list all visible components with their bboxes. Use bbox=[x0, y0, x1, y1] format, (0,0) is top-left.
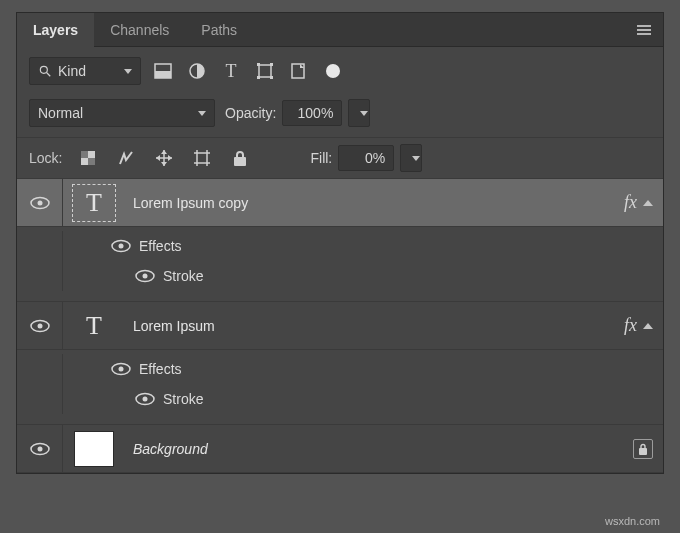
eye-icon bbox=[135, 269, 155, 283]
effect-stroke-label[interactable]: Stroke bbox=[163, 268, 203, 284]
effect-visibility-toggle[interactable] bbox=[63, 269, 163, 283]
layer-effects-block: Effects Stroke bbox=[17, 227, 663, 302]
filter-pixel-icon[interactable] bbox=[151, 59, 175, 83]
svg-marker-18 bbox=[156, 155, 160, 161]
svg-rect-44 bbox=[639, 448, 647, 455]
svg-rect-6 bbox=[257, 63, 260, 66]
layer-row[interactable]: T Lorem Ipsum copy fx bbox=[17, 179, 663, 227]
tab-channels-label: Channels bbox=[110, 22, 169, 38]
opacity-field: Opacity: 100% bbox=[225, 99, 370, 127]
svg-point-31 bbox=[37, 200, 42, 205]
effects-label[interactable]: Effects bbox=[139, 238, 182, 254]
svg-point-43 bbox=[37, 446, 42, 451]
eye-icon bbox=[30, 442, 50, 456]
lock-row: Lock: Fill: 0% bbox=[17, 137, 663, 179]
filter-kind-select[interactable]: Kind bbox=[29, 57, 141, 85]
tab-channels[interactable]: Channels bbox=[94, 13, 185, 47]
visibility-toggle[interactable] bbox=[17, 179, 63, 226]
effects-collapse-icon[interactable] bbox=[643, 200, 653, 206]
opacity-input[interactable]: 100% bbox=[282, 100, 342, 126]
tab-layers[interactable]: Layers bbox=[17, 13, 94, 47]
lock-all-icon[interactable] bbox=[228, 146, 252, 170]
svg-rect-10 bbox=[292, 64, 304, 78]
layer-lock-icon[interactable] bbox=[633, 439, 653, 459]
filter-smartobject-icon[interactable] bbox=[287, 59, 311, 83]
svg-point-0 bbox=[40, 66, 47, 73]
layer-thumbnail[interactable]: T bbox=[63, 307, 125, 345]
lock-image-icon[interactable] bbox=[114, 146, 138, 170]
effects-visibility-toggle[interactable] bbox=[63, 239, 139, 253]
effect-visibility-toggle[interactable] bbox=[63, 392, 163, 406]
svg-rect-13 bbox=[88, 158, 95, 165]
fill-input[interactable]: 0% bbox=[338, 145, 394, 171]
filter-type-icon[interactable]: T bbox=[219, 59, 243, 83]
svg-rect-7 bbox=[270, 63, 273, 66]
fx-badge[interactable]: fx bbox=[624, 192, 637, 213]
svg-point-33 bbox=[119, 244, 124, 249]
filter-kind-label: Kind bbox=[58, 63, 86, 79]
svg-line-1 bbox=[47, 73, 51, 77]
svg-point-35 bbox=[143, 274, 148, 279]
svg-rect-8 bbox=[257, 76, 260, 79]
tab-paths[interactable]: Paths bbox=[185, 13, 253, 47]
effect-stroke-label[interactable]: Stroke bbox=[163, 391, 203, 407]
svg-rect-5 bbox=[259, 65, 271, 77]
layers-list: T Lorem Ipsum copy fx Effects Stroke bbox=[17, 179, 663, 473]
layer-row[interactable]: Background bbox=[17, 425, 663, 473]
lock-artboard-icon[interactable] bbox=[190, 146, 214, 170]
filter-shape-icon[interactable] bbox=[253, 59, 277, 83]
visibility-toggle[interactable] bbox=[17, 302, 63, 349]
svg-rect-9 bbox=[270, 76, 273, 79]
opacity-label: Opacity: bbox=[225, 105, 276, 121]
svg-rect-3 bbox=[155, 71, 171, 78]
layers-panel: Layers Channels Paths Kind T bbox=[16, 12, 664, 474]
svg-marker-19 bbox=[168, 155, 172, 161]
eye-icon bbox=[30, 196, 50, 210]
search-icon bbox=[38, 64, 52, 78]
type-layer-icon: T bbox=[86, 311, 102, 341]
fill-label: Fill: bbox=[310, 150, 332, 166]
type-layer-icon: T bbox=[86, 188, 102, 218]
eye-icon bbox=[30, 319, 50, 333]
blend-row: Normal Opacity: 100% bbox=[17, 95, 663, 137]
effects-collapse-icon[interactable] bbox=[643, 323, 653, 329]
eye-icon bbox=[135, 392, 155, 406]
fx-badge[interactable]: fx bbox=[624, 315, 637, 336]
eye-icon bbox=[111, 362, 131, 376]
fill-dropdown[interactable] bbox=[400, 144, 422, 172]
layer-name[interactable]: Background bbox=[125, 441, 633, 457]
lock-position-icon[interactable] bbox=[152, 146, 176, 170]
fill-value: 0% bbox=[365, 150, 385, 166]
tab-paths-label: Paths bbox=[201, 22, 237, 38]
opacity-value: 100% bbox=[298, 105, 334, 121]
chevron-down-icon bbox=[412, 156, 420, 161]
watermark-text: wsxdn.com bbox=[605, 515, 660, 527]
chevron-down-icon bbox=[360, 111, 368, 116]
filter-toggle-dot-icon[interactable] bbox=[321, 59, 345, 83]
panel-menu-icon[interactable] bbox=[625, 22, 663, 38]
layer-row[interactable]: T Lorem Ipsum fx bbox=[17, 302, 663, 350]
fill-field: Fill: 0% bbox=[310, 144, 422, 172]
svg-marker-17 bbox=[161, 162, 167, 166]
opacity-dropdown[interactable] bbox=[348, 99, 370, 127]
svg-marker-16 bbox=[161, 150, 167, 154]
lock-transparency-icon[interactable] bbox=[76, 146, 100, 170]
effects-visibility-toggle[interactable] bbox=[63, 362, 139, 376]
layer-thumbnail[interactable]: T bbox=[63, 184, 125, 222]
svg-point-41 bbox=[143, 397, 148, 402]
blend-mode-value: Normal bbox=[38, 105, 83, 121]
chevron-down-icon bbox=[198, 111, 206, 116]
filter-adjustment-icon[interactable] bbox=[185, 59, 209, 83]
blend-mode-select[interactable]: Normal bbox=[29, 99, 215, 127]
effects-label[interactable]: Effects bbox=[139, 361, 182, 377]
filter-row: Kind T bbox=[17, 47, 663, 95]
layer-name[interactable]: Lorem Ipsum bbox=[125, 318, 624, 334]
layer-name[interactable]: Lorem Ipsum copy bbox=[125, 195, 624, 211]
layer-thumbnail[interactable] bbox=[63, 432, 125, 466]
tab-layers-label: Layers bbox=[33, 22, 78, 38]
eye-icon bbox=[111, 239, 131, 253]
visibility-toggle[interactable] bbox=[17, 425, 63, 472]
chevron-down-icon bbox=[124, 69, 132, 74]
layer-effects-block: Effects Stroke bbox=[17, 350, 663, 425]
svg-rect-20 bbox=[197, 153, 207, 163]
